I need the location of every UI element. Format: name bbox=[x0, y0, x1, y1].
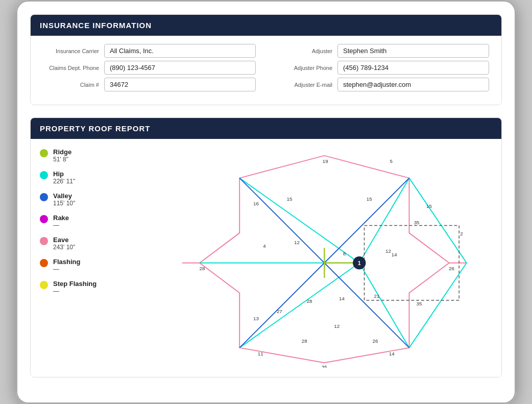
roof-body: Ridge 51' 8" Hip 226' 11" Valley 115' 10… bbox=[31, 139, 501, 377]
svg-text:28: 28 bbox=[302, 338, 307, 344]
adjuster-label: Adjuster bbox=[276, 48, 332, 54]
insurance-body: Insurance Carrier Claims Dept. Phone Cla… bbox=[31, 36, 501, 105]
legend-dot bbox=[40, 281, 48, 289]
roof-legend: Ridge 51' 8" Hip 226' 11" Valley 115' 10… bbox=[40, 148, 127, 370]
legend-name: Valley bbox=[53, 192, 75, 200]
legend-item: Flashing — bbox=[40, 258, 122, 273]
legend-value: 243' 10" bbox=[53, 244, 75, 251]
legend-name: Ridge bbox=[53, 148, 71, 156]
legend-item: Hip 226' 11" bbox=[40, 170, 122, 185]
svg-text:35: 35 bbox=[414, 220, 420, 225]
legend-value: 226' 11" bbox=[53, 178, 75, 185]
claims-phone-row: Claims Dept. Phone bbox=[43, 61, 256, 75]
adjuster-email-input[interactable] bbox=[337, 78, 489, 91]
legend-dot bbox=[40, 149, 48, 157]
svg-text:26: 26 bbox=[373, 338, 378, 344]
svg-text:14: 14 bbox=[392, 252, 397, 257]
svg-text:35: 35 bbox=[417, 301, 422, 306]
legend-value: — bbox=[53, 222, 69, 229]
insurance-right-col: Adjuster Adjuster Phone Adjuster E-mail bbox=[276, 44, 489, 94]
adjuster-row: Adjuster bbox=[276, 44, 489, 58]
adjuster-phone-row: Adjuster Phone bbox=[276, 61, 489, 75]
svg-text:13: 13 bbox=[253, 316, 259, 321]
svg-text:19: 19 bbox=[323, 158, 328, 164]
svg-text:4: 4 bbox=[263, 243, 266, 249]
svg-line-4 bbox=[239, 263, 359, 348]
svg-text:15: 15 bbox=[367, 196, 372, 202]
legend-value: — bbox=[53, 288, 96, 295]
svg-line-2 bbox=[239, 178, 359, 263]
legend-item: Eave 243' 10" bbox=[40, 236, 122, 251]
claim-num-label: Claim # bbox=[43, 82, 99, 88]
insurance-carrier-row: Insurance Carrier bbox=[43, 44, 256, 58]
insurance-header: INSURANCE INFORMATION bbox=[31, 15, 501, 36]
adjuster-email-label: Adjuster E-mail bbox=[276, 82, 332, 88]
adjuster-phone-label: Adjuster Phone bbox=[276, 65, 332, 71]
svg-text:8: 8 bbox=[343, 251, 346, 256]
svg-text:15: 15 bbox=[426, 203, 432, 209]
svg-text:14: 14 bbox=[339, 296, 345, 301]
legend-dot bbox=[40, 215, 48, 223]
legend-dot bbox=[40, 193, 48, 201]
svg-text:5: 5 bbox=[390, 158, 393, 164]
legend-value: 115' 10" bbox=[53, 200, 75, 207]
svg-line-11 bbox=[239, 263, 324, 348]
svg-text:12: 12 bbox=[334, 323, 340, 329]
legend-name: Eave bbox=[53, 236, 75, 244]
insurance-carrier-label: Insurance Carrier bbox=[43, 48, 99, 54]
svg-text:2: 2 bbox=[460, 231, 463, 236]
svg-text:14: 14 bbox=[389, 351, 395, 357]
svg-text:16: 16 bbox=[253, 201, 259, 206]
legend-name: Step Flashing bbox=[53, 280, 96, 288]
svg-text:26: 26 bbox=[449, 266, 454, 271]
svg-text:15: 15 bbox=[286, 196, 292, 202]
legend-item: Rake — bbox=[40, 214, 122, 229]
claim-num-input[interactable] bbox=[104, 78, 256, 91]
device-frame: INSURANCE INFORMATION Insurance Carrier … bbox=[16, 0, 516, 404]
legend-dot bbox=[40, 171, 48, 179]
adjuster-input[interactable] bbox=[337, 44, 489, 58]
svg-text:28: 28 bbox=[199, 266, 205, 271]
insurance-carrier-input[interactable] bbox=[104, 44, 256, 58]
svg-text:11: 11 bbox=[258, 351, 263, 357]
insurance-left-col: Insurance Carrier Claims Dept. Phone Cla… bbox=[43, 44, 256, 94]
adjuster-email-row: Adjuster E-mail bbox=[276, 78, 489, 91]
legend-name: Rake bbox=[53, 214, 69, 222]
svg-text:35: 35 bbox=[322, 364, 327, 368]
insurance-section: INSURANCE INFORMATION Insurance Carrier … bbox=[30, 14, 502, 105]
claims-phone-label: Claims Dept. Phone bbox=[43, 65, 99, 71]
legend-value: — bbox=[53, 266, 80, 273]
adjuster-phone-input[interactable] bbox=[337, 61, 489, 75]
legend-name: Hip bbox=[53, 170, 75, 178]
svg-rect-15 bbox=[365, 225, 460, 300]
claims-phone-input[interactable] bbox=[104, 61, 256, 75]
legend-dot bbox=[40, 259, 48, 267]
svg-line-9 bbox=[239, 178, 324, 263]
svg-text:12: 12 bbox=[294, 240, 300, 245]
insurance-form-grid: Insurance Carrier Claims Dept. Phone Cla… bbox=[43, 44, 489, 94]
svg-text:21: 21 bbox=[374, 293, 379, 299]
legend-item: Step Flashing — bbox=[40, 280, 122, 295]
legend-name: Flashing bbox=[53, 258, 80, 266]
legend-item: Ridge 51' 8" bbox=[40, 148, 122, 163]
svg-text:27: 27 bbox=[277, 308, 282, 314]
roof-section: PROPERTY ROOF REPORT Ridge 51' 8" Hip 22… bbox=[30, 117, 502, 377]
roof-svg: 19 5 16 15 15 15 26 35 2 4 28 12 12 8 14 bbox=[127, 148, 492, 368]
svg-text:28: 28 bbox=[307, 298, 312, 304]
legend-dot bbox=[40, 237, 48, 245]
legend-item: Valley 115' 10" bbox=[40, 192, 122, 207]
svg-text:1: 1 bbox=[358, 260, 361, 266]
roof-header: PROPERTY ROOF REPORT bbox=[31, 118, 501, 139]
roof-diagram: 19 5 16 15 15 15 26 35 2 4 28 12 12 8 14 bbox=[127, 148, 492, 370]
svg-text:12: 12 bbox=[385, 248, 391, 254]
legend-value: 51' 8" bbox=[53, 156, 71, 163]
claim-num-row: Claim # bbox=[43, 78, 256, 91]
